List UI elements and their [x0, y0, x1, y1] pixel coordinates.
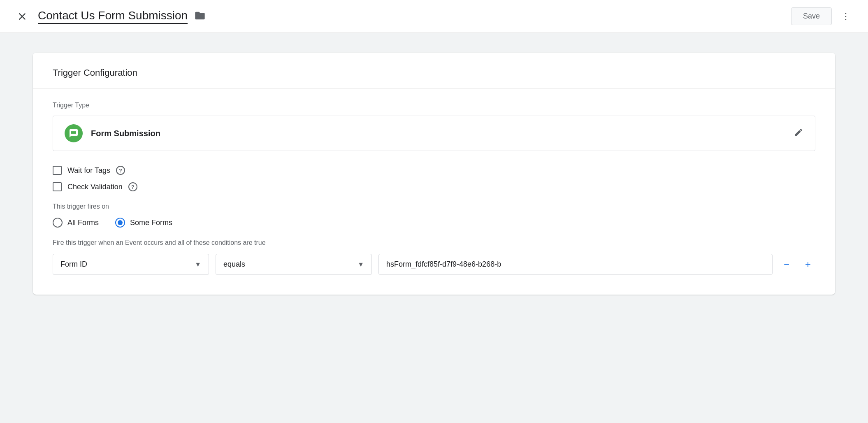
- top-bar: Contact Us Form Submission Save ⋮: [0, 0, 868, 33]
- close-button[interactable]: [13, 7, 31, 26]
- top-actions: Save ⋮: [791, 7, 855, 26]
- wait-for-tags-checkbox[interactable]: [53, 166, 62, 175]
- config-card: Trigger Configuration Trigger Type Form …: [33, 53, 835, 295]
- trigger-type-label: Trigger Type: [53, 102, 815, 109]
- card-body: Trigger Type Form Submission Wait for Ta…: [33, 88, 835, 295]
- fires-on-label: This trigger fires on: [53, 203, 815, 210]
- remove-condition-button[interactable]: −: [779, 257, 794, 272]
- conditions-label: Fire this trigger when an Event occurs a…: [53, 239, 815, 246]
- all-forms-radio-outer: [53, 218, 63, 228]
- some-forms-radio[interactable]: Some Forms: [115, 218, 172, 228]
- check-validation-checkbox[interactable]: [53, 182, 62, 191]
- conditions-row: Form ID ▼ equals ▼ − +: [53, 254, 815, 275]
- trigger-type-left: Form Submission: [65, 124, 160, 142]
- folder-icon[interactable]: [194, 10, 206, 23]
- add-condition-button[interactable]: +: [801, 257, 815, 272]
- trigger-type-selector[interactable]: Form Submission: [53, 116, 815, 151]
- field-dropdown[interactable]: Form ID ▼: [53, 254, 209, 275]
- more-menu-button[interactable]: ⋮: [837, 7, 855, 26]
- field-dropdown-value: Form ID: [60, 260, 87, 269]
- operator-dropdown-value: equals: [223, 260, 245, 269]
- card-title: Trigger Configuration: [53, 67, 137, 78]
- some-forms-radio-inner: [118, 220, 123, 225]
- edit-trigger-icon[interactable]: [794, 128, 803, 139]
- wait-for-tags-help-icon[interactable]: ?: [116, 166, 125, 175]
- title-area: Contact Us Form Submission: [38, 9, 791, 24]
- some-forms-radio-outer: [115, 218, 125, 228]
- trigger-name: Form Submission: [91, 129, 160, 138]
- some-forms-label: Some Forms: [130, 218, 172, 227]
- check-validation-help-icon[interactable]: ?: [128, 182, 137, 191]
- form-submission-icon: [65, 124, 83, 142]
- wait-for-tags-label: Wait for Tags: [67, 166, 110, 175]
- all-forms-label: All Forms: [67, 218, 99, 227]
- condition-value-input[interactable]: [378, 254, 773, 275]
- all-forms-radio[interactable]: All Forms: [53, 218, 99, 228]
- page-title: Contact Us Form Submission: [38, 9, 188, 24]
- operator-dropdown[interactable]: equals ▼: [216, 254, 372, 275]
- fires-on-section: This trigger fires on All Forms Some For…: [53, 203, 815, 228]
- card-header: Trigger Configuration: [33, 53, 835, 88]
- field-dropdown-arrow: ▼: [195, 261, 201, 268]
- main-content: Trigger Configuration Trigger Type Form …: [0, 33, 868, 423]
- check-validation-label: Check Validation: [67, 183, 123, 191]
- check-validation-row: Check Validation ?: [53, 182, 815, 191]
- fires-on-radio-group: All Forms Some Forms: [53, 218, 815, 228]
- operator-dropdown-arrow: ▼: [357, 261, 364, 268]
- save-button[interactable]: Save: [791, 7, 832, 25]
- wait-for-tags-row: Wait for Tags ?: [53, 166, 815, 175]
